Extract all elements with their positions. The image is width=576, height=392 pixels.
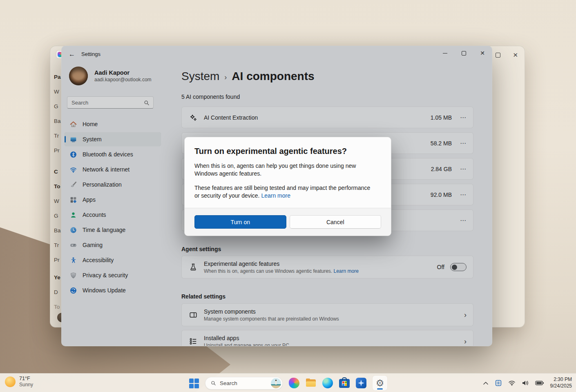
taskbar-clock[interactable]: 2:30 PM 9/24/2025	[550, 376, 572, 389]
edge-text-fragment: Ba	[54, 114, 62, 129]
weather-widget[interactable]: 71°F Sunny	[5, 376, 33, 388]
sidebar-item[interactable]: Accounts	[65, 208, 161, 222]
tray-date: 9/24/2025	[550, 383, 572, 390]
toggle-knob	[452, 265, 457, 270]
maximize-button[interactable]	[454, 46, 473, 60]
dialog-learn-more-link[interactable]: Learn more	[261, 192, 290, 199]
wifi-icon[interactable]	[508, 380, 516, 386]
related-settings-list: System components Manage system componen…	[181, 303, 476, 346]
toggle-state-label: Off	[437, 264, 444, 270]
minimize-icon	[443, 53, 447, 53]
edge-text-fragment: Ye	[54, 270, 62, 285]
breadcrumb: System › AI components	[181, 70, 476, 83]
sidebar-item[interactable]: Accessibility	[65, 253, 161, 267]
edge-text-fragment: Tr	[54, 129, 62, 143]
more-options-icon[interactable]: ⋯	[460, 114, 467, 121]
sidebar-item[interactable]: Time & language	[65, 223, 161, 237]
sidebar-item-label: Accessibility	[83, 257, 114, 263]
settings-search	[67, 96, 154, 109]
m365-copilot-icon[interactable]	[356, 378, 366, 388]
edge-text-fragment: Pr	[54, 143, 62, 158]
gear-icon: ⚙	[376, 379, 384, 388]
3d-box-icon[interactable]	[495, 379, 502, 387]
sidebar-item-icon	[70, 151, 77, 158]
profile[interactable]: Aadi Kapoor aadi.kapoor@outlook.com	[69, 67, 164, 85]
related-setting-icon	[189, 337, 197, 345]
tray-time: 2:30 PM	[550, 376, 572, 383]
taskbar-search-placeholder: Search	[220, 380, 268, 386]
sidebar-item[interactable]: Personalization	[65, 178, 161, 192]
microsoft-store-icon[interactable]	[339, 379, 350, 388]
sidebar-item-label: System	[83, 136, 102, 143]
edge-icon[interactable]	[322, 378, 333, 388]
sidebar-item-label: Time & language	[83, 227, 125, 233]
taskbar-center: Search ⚙	[189, 374, 387, 392]
sidebar-item[interactable]: Windows Update	[65, 283, 161, 297]
dialog-title: Turn on experimental agentic features?	[194, 147, 381, 156]
agentic-features-title: Experimental agentic features	[204, 261, 437, 267]
close-icon[interactable]: ✕	[513, 52, 518, 58]
more-options-icon[interactable]: ⋯	[460, 140, 467, 147]
edge-text-fragment: G	[54, 209, 62, 223]
more-options-icon[interactable]: ⋯	[460, 217, 467, 224]
search-input[interactable]	[67, 97, 153, 108]
volume-icon[interactable]	[522, 380, 529, 386]
related-setting-subtitle: Uninstall and manage apps on your PC	[204, 343, 464, 347]
chevron-up-icon[interactable]	[483, 381, 489, 385]
sidebar-item[interactable]: Apps	[65, 193, 161, 207]
related-setting-title: System components	[204, 308, 464, 315]
result-count: 5 AI components found	[181, 94, 473, 100]
dialog-footer: Turn on Cancel	[185, 208, 391, 236]
chevron-right-icon: ›	[464, 337, 467, 346]
component-size: 58.2 MB	[431, 140, 452, 147]
more-options-icon[interactable]: ⋯	[460, 191, 467, 198]
minimize-button[interactable]	[435, 46, 454, 60]
turn-on-button[interactable]: Turn on	[194, 215, 286, 229]
agentic-features-toggle[interactable]	[450, 263, 467, 271]
sidebar-item[interactable]: Privacy & security	[65, 268, 161, 282]
battery-icon[interactable]	[535, 381, 544, 385]
related-settings-header: Related settings	[181, 293, 476, 300]
sidebar-item-label: Bluetooth & devices	[83, 151, 133, 158]
breadcrumb-parent[interactable]: System	[181, 70, 219, 83]
taskbar-search[interactable]: Search	[205, 377, 283, 390]
settings-app-icon[interactable]: ⚙	[373, 376, 387, 390]
edge-text-fragment: Pa	[54, 70, 62, 85]
sidebar-item-icon	[70, 242, 77, 249]
selected-indicator	[65, 136, 66, 143]
copilot-icon[interactable]	[289, 378, 299, 388]
back-button[interactable]: ←	[66, 48, 78, 60]
sidebar-item[interactable]: Network & internet	[65, 163, 161, 176]
related-setting-row[interactable]: Installed apps Uninstall and manage apps…	[181, 330, 473, 346]
profile-name: Aadi Kapoor	[94, 69, 152, 76]
related-setting-icon	[189, 311, 197, 319]
sidebar-item-label: Apps	[83, 196, 96, 203]
sidebar-item[interactable]: Bluetooth & devices	[65, 147, 161, 161]
file-explorer-icon[interactable]	[306, 378, 316, 388]
sidebar-item-label: Privacy & security	[83, 272, 128, 278]
sidebar-item-label: Personalization	[83, 181, 122, 188]
component-name: AI Content Extraction	[204, 114, 431, 121]
sidebar-item-icon	[70, 181, 77, 188]
window-title: Settings	[81, 51, 100, 57]
sidebar-item[interactable]: Gaming	[65, 238, 161, 252]
related-setting-row[interactable]: System components Manage system componen…	[181, 303, 473, 326]
profile-email: aadi.kapoor@outlook.com	[94, 77, 152, 82]
component-row[interactable]: AI Content Extraction 1.05 MB ⋯	[181, 107, 473, 128]
cancel-button[interactable]: Cancel	[290, 215, 382, 229]
maximize-icon[interactable]	[496, 53, 500, 58]
sidebar-item[interactable]: Home	[65, 117, 161, 131]
related-setting-subtitle: Manage system components that are preins…	[204, 316, 464, 322]
learn-more-link[interactable]: Learn more	[334, 268, 359, 274]
maximize-icon	[462, 51, 466, 56]
start-button-icon[interactable]	[189, 378, 199, 388]
ai-sparkle-icon	[189, 114, 197, 122]
close-icon: ✕	[480, 50, 485, 56]
more-options-icon[interactable]: ⋯	[460, 165, 467, 173]
sidebar-item[interactable]: System	[65, 132, 161, 146]
sidebar-item-icon	[70, 287, 77, 294]
close-button[interactable]: ✕	[473, 46, 492, 60]
edge-text-fragment: Ba	[54, 223, 62, 238]
sidebar-item-label: Home	[83, 121, 98, 127]
sidebar-item-icon	[70, 166, 77, 173]
